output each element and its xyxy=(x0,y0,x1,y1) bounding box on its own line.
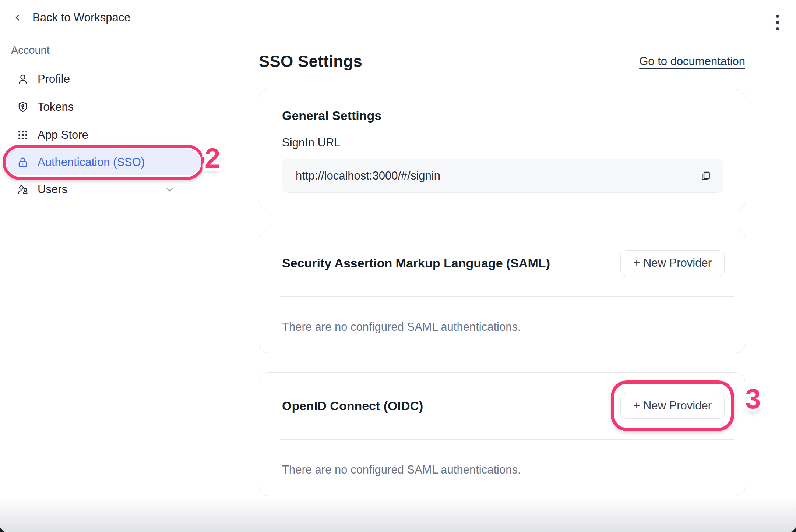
oidc-title: OpenID Connect (OIDC) xyxy=(282,399,423,413)
sidebar-item-users[interactable]: Users xyxy=(0,175,208,203)
page-title: SSO Settings xyxy=(259,52,362,71)
saml-card: Security Assertion Markup Language (SAML… xyxy=(259,230,745,353)
shield-key-icon xyxy=(17,101,29,113)
saml-new-provider-button[interactable]: + New Provider xyxy=(620,250,725,276)
sidebar-item-label: App Store xyxy=(38,128,88,142)
general-settings-title: General Settings xyxy=(282,109,723,123)
saml-title: Security Assertion Markup Language (SAML… xyxy=(282,256,550,270)
copy-icon xyxy=(700,170,711,182)
lock-icon xyxy=(17,156,29,168)
go-to-documentation-link[interactable]: Go to documentation xyxy=(639,55,745,68)
saml-card-header: Security Assertion Markup Language (SAML… xyxy=(259,230,745,296)
sidebar-item-profile[interactable]: Profile xyxy=(0,65,208,93)
sidebar: Back to Workspace Account Profile Tokens xyxy=(0,0,208,532)
oidc-card: OpenID Connect (OIDC) + New Provider The… xyxy=(259,372,745,496)
back-to-workspace-label: Back to Workspace xyxy=(32,11,130,24)
sidebar-item-label: Users xyxy=(38,183,67,196)
sidebar-item-tokens[interactable]: Tokens xyxy=(0,93,208,121)
users-icon xyxy=(17,184,29,195)
main-content: SSO Settings Go to documentation General… xyxy=(208,0,796,532)
sidebar-item-label: Authentication (SSO) xyxy=(38,156,145,169)
sidebar-nav: Profile Tokens App Store Au xyxy=(0,65,208,203)
sidebar-section-account: Account xyxy=(11,44,208,56)
sidebar-item-label: Tokens xyxy=(38,100,74,114)
sidebar-item-label: Profile xyxy=(38,72,70,86)
sidebar-item-authentication-sso[interactable]: Authentication (SSO) xyxy=(6,149,201,175)
back-to-workspace-button[interactable]: Back to Workspace xyxy=(13,11,130,24)
app-screen: Back to Workspace Account Profile Tokens xyxy=(0,0,796,532)
sidebar-item-authentication-wrap: Authentication (SSO) xyxy=(6,149,201,175)
oidc-divider xyxy=(280,439,734,440)
sidebar-item-app-store[interactable]: App Store xyxy=(0,121,208,149)
saml-divider xyxy=(280,296,734,297)
copy-button[interactable] xyxy=(698,169,713,183)
oidc-new-provider-button[interactable]: + New Provider xyxy=(620,393,725,419)
kebab-menu-button[interactable] xyxy=(769,13,786,32)
signin-url-value: http://localhost:3000/#/signin xyxy=(296,169,698,182)
general-settings-card: General Settings SignIn URL http://local… xyxy=(259,89,745,210)
oidc-card-header: OpenID Connect (OIDC) + New Provider xyxy=(259,373,745,439)
chevron-left-icon xyxy=(13,13,22,22)
user-icon xyxy=(17,73,29,85)
saml-empty-text: There are no configured SAML authenticat… xyxy=(282,320,745,334)
signin-url-field[interactable]: http://localhost:3000/#/signin xyxy=(282,159,723,193)
page-header: SSO Settings Go to documentation xyxy=(259,52,745,71)
grid-dots-icon xyxy=(17,129,29,141)
signin-url-label: SignIn URL xyxy=(282,136,723,149)
oidc-empty-text: There are no configured SAML authenticat… xyxy=(282,463,745,476)
oidc-button-wrap: + New Provider xyxy=(620,393,725,419)
chevron-down-icon[interactable] xyxy=(164,184,175,195)
